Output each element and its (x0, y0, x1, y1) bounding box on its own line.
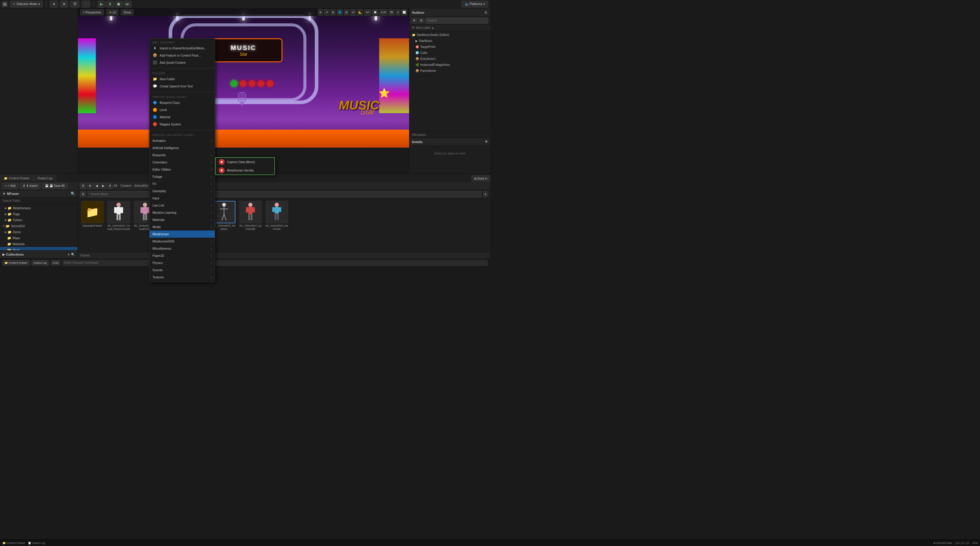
outliner-filter-btn[interactable]: ▼ (411, 18, 417, 23)
platforms-btn[interactable]: 📺 Platforms ▾ (461, 1, 488, 8)
list-item[interactable]: 🌿 InstancedFoliageActor (409, 62, 490, 68)
import-btn[interactable]: ⬇ Import to /Game/SchoolGirl/Mesh... (150, 44, 215, 52)
camera-speed[interactable]: 📷 (388, 9, 395, 16)
scale-value[interactable]: 0.25 (379, 9, 388, 16)
add-feature-btn[interactable]: 📦 Add Feature or Content Pack... (150, 52, 215, 59)
lit-btn[interactable]: ☀ Lit (106, 9, 119, 15)
list-item[interactable]: 🎯 TargetPoint (409, 44, 490, 50)
list-item[interactable]: 📦 ParentActor (409, 68, 490, 74)
materials-btn[interactable]: Materials › (150, 216, 215, 223)
maximize-btn[interactable]: ⬜ (401, 9, 407, 16)
breadcrumb-all[interactable]: All (114, 184, 117, 187)
details-close-btn[interactable]: ✕ (485, 140, 488, 144)
search-filter-btn[interactable]: ▾ (483, 191, 488, 197)
folder-item[interactable]: ▶ 📁 Python (0, 217, 78, 223)
blueprints-btn[interactable]: Blueprints › (150, 151, 215, 159)
media-btn[interactable]: Media › (150, 223, 215, 230)
asset-item[interactable]: SK_SchoolGirl_SportOutfit (239, 201, 262, 231)
cinematics-btn[interactable]: Cinematics › (150, 159, 215, 166)
grid-value[interactable]: 10 (350, 9, 356, 16)
collections-search-icon[interactable]: 🔍 (71, 252, 75, 257)
blueprint-class-btn[interactable]: 🔷 Blueprint Class (150, 99, 215, 106)
list-item[interactable]: 🧊 Cube (409, 50, 490, 56)
stop-btn[interactable]: ⏹ (115, 1, 123, 8)
settings-btn[interactable]: ⚙ (87, 183, 93, 189)
asset-item[interactable]: SK_SchoolGirl_Skeleton (212, 201, 236, 231)
collections-add-icon[interactable]: + (68, 252, 70, 256)
content-drawer-tab[interactable]: 📁 Content Drawer (0, 175, 33, 181)
forward-btn[interactable]: ▶ (101, 183, 106, 189)
filter-icon-btn[interactable]: ☰ (80, 191, 86, 197)
folder-item[interactable]: ▶ 📁 Page (0, 211, 78, 217)
misc-btn[interactable]: Miscellaneous › (150, 245, 215, 252)
paper2d-btn[interactable]: Paper2D › (150, 252, 215, 259)
level-btn[interactable]: 🟠 Level (150, 106, 215, 113)
viewport[interactable]: ● Perspective ☀ Lit Show ⊕ ↺ ⊞ (78, 8, 409, 148)
list-item[interactable]: ▶ StarMusic (409, 38, 490, 44)
asset-item[interactable]: SK_SchoolGirl_SwimSuit (265, 201, 289, 231)
add-btn[interactable]: + + Add (2, 183, 18, 189)
import-btn[interactable]: ⬇ ⬇ Import (20, 183, 40, 189)
grid-snap-tool[interactable]: ⊞ (344, 9, 349, 16)
outliner-close-btn[interactable]: ✕ (484, 10, 488, 15)
content-drawer-btn[interactable]: 📁 Content Drawer (2, 260, 30, 265)
rotate-tool[interactable]: ↺ (324, 9, 329, 16)
new-folder-btn[interactable]: 📁 New Folder (150, 75, 215, 83)
breadcrumb-content[interactable]: Content (120, 184, 131, 187)
dock-in-btn[interactable]: ⊞ Dock in (471, 175, 490, 181)
sounds-btn[interactable]: Sounds › (150, 267, 215, 273)
pause-btn[interactable]: ⏸ (106, 1, 114, 8)
folder-item[interactable]: ▶ 📁 MetaHumans (0, 205, 78, 211)
scale-snap-tool[interactable]: 🔲 (372, 9, 378, 16)
perspective-btn[interactable]: ● Perspective (80, 9, 104, 15)
cine-btn[interactable]: 🎬 (70, 1, 80, 8)
output-log-tab[interactable]: Output Log (33, 175, 56, 181)
coord-tool[interactable]: 🌐 (337, 9, 343, 16)
camera-value[interactable]: 4 (396, 9, 400, 16)
input-btn[interactable]: Input › (150, 195, 215, 202)
cmd-btn[interactable]: Cmd (51, 260, 60, 265)
angle-snap-tool[interactable]: 📐 (357, 9, 363, 16)
npower-search-icon[interactable]: 🔍 (71, 192, 75, 196)
output-log-btn[interactable]: Output Log (32, 260, 49, 265)
folder-item[interactable]: ▼ 📂 SchoolGirl (0, 223, 78, 229)
back-btn[interactable]: ◀ (94, 183, 99, 189)
live-link-btn[interactable]: Live Link › (150, 202, 215, 209)
list-item[interactable]: 📦 EntryActor1 (409, 56, 490, 62)
metahuman-btn[interactable]: MetaHuman › (150, 230, 215, 238)
list-item[interactable]: 📁 StarMusicStudio (Editor) (409, 32, 490, 38)
outliner-search-input[interactable] (425, 17, 488, 24)
folder-item[interactable]: 📁 Materials (0, 241, 78, 247)
ml-btn[interactable]: Machine Learning › (150, 209, 215, 216)
selection-mode-btn[interactable]: ↖ Selection Mode ▾ (10, 1, 43, 8)
capture-data-btn[interactable]: Capture Data (Mesh) (216, 158, 274, 166)
show-btn[interactable]: Show (121, 9, 134, 15)
metahuman-sdk-btn[interactable]: MetahumanSDK › (150, 238, 215, 245)
angle-value[interactable]: 10° (364, 9, 371, 16)
scale-tool[interactable]: ⊞ (330, 9, 336, 16)
folder-item-selected[interactable]: 📂 Mesh (0, 247, 78, 250)
gameplay-btn[interactable]: Gameplay › (150, 187, 215, 195)
outliner-settings-btn[interactable]: ⚙ (418, 18, 424, 23)
console-input[interactable] (62, 260, 488, 266)
metahuman-identity-btn[interactable]: MetaHuman Identity (216, 166, 274, 175)
ai-btn[interactable]: Artificial Intelligence › (150, 144, 215, 151)
transform-btn[interactable]: ⊕ (50, 1, 58, 8)
filter-btn[interactable]: ☰ (80, 183, 86, 189)
skip-btn[interactable]: ⏭ (124, 1, 132, 8)
fx-btn[interactable]: FX › (150, 180, 215, 187)
foliage-btn[interactable]: Foliage › (150, 173, 215, 180)
breadcrumb-schoolgirl[interactable]: SchoolGirl (134, 184, 148, 187)
play-btn[interactable]: ▶ (98, 1, 105, 8)
snap-btn[interactable]: ⊞ (60, 1, 68, 8)
speech-btn[interactable]: 💬 Create Speech from Text (150, 83, 215, 90)
editor-utils-btn[interactable]: Editor Utilities › (150, 166, 215, 173)
material-btn[interactable]: 🔵 Material (150, 113, 215, 121)
physics-btn[interactable]: Physics › (150, 259, 215, 267)
niagara-btn[interactable]: 🔴 Niagara System (150, 121, 215, 128)
more-btn[interactable]: ⋮ (82, 1, 90, 8)
save-all-btn[interactable]: 💾 💾 Save All (42, 183, 67, 189)
move-tool[interactable]: ⊕ (318, 9, 323, 16)
asset-item[interactable]: 📁 Separated Mesh (80, 201, 104, 231)
search-paths-input[interactable] (2, 199, 75, 202)
